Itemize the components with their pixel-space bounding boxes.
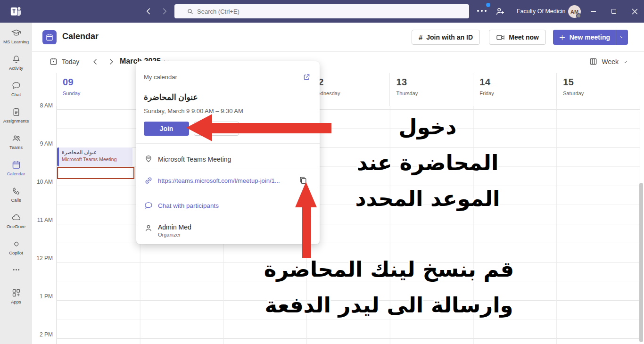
organizer-name: Admin Med: [158, 223, 191, 231]
day-header-friday[interactable]: 14 Friday: [473, 73, 557, 106]
sidebar-item-label: Assignments: [3, 118, 29, 123]
apps-grid-icon: [11, 288, 21, 298]
day-number: 09: [63, 77, 140, 88]
more-options-icon[interactable]: [477, 10, 487, 12]
previous-week-icon[interactable]: [91, 57, 100, 66]
search-bar[interactable]: [174, 4, 469, 18]
join-button[interactable]: Join: [144, 122, 189, 136]
day-name: Wednesday: [313, 90, 390, 96]
people-icon: [11, 133, 21, 143]
divider: [136, 217, 320, 217]
notification-dot: [486, 3, 490, 7]
organization-name[interactable]: Faculty Of Medicin...: [517, 8, 566, 15]
time-label: 1 PM: [32, 293, 53, 300]
graduation-cap-icon: [11, 28, 21, 38]
sidebar-item-label: Calls: [11, 197, 21, 203]
day-header-thursday[interactable]: 13 Thursday: [390, 73, 473, 106]
invite-people-icon[interactable]: [495, 6, 505, 16]
time-label: 11 AM: [32, 217, 53, 223]
phone-icon: [11, 186, 21, 196]
sidebar-item-apps[interactable]: Apps: [0, 283, 32, 309]
meet-now-label: Meet now: [509, 33, 539, 41]
event-subtitle: Microsoft Teams Meeting: [62, 156, 130, 162]
window-minimize-button[interactable]: [584, 0, 603, 23]
sidebar-item-copilot[interactable]: Copilot: [0, 234, 32, 260]
sidebar-item-calls[interactable]: Calls: [0, 181, 32, 207]
sidebar-item-label: OneDrive: [7, 224, 25, 229]
search-input[interactable]: [188, 8, 464, 15]
new-meeting-dropdown[interactable]: [616, 30, 628, 45]
event-details-popup: My calendar عنوان المحاضرة Sunday, March…: [136, 61, 320, 244]
sidebar-item-chat[interactable]: Chat: [0, 75, 32, 102]
meeting-location: Microsoft Teams Meeting: [158, 156, 231, 163]
back-icon[interactable]: [143, 6, 154, 16]
search-icon: [187, 8, 194, 15]
meeting-link[interactable]: https://teams.microsoft.com/l/meetup-joi…: [158, 177, 280, 184]
today-label: Today: [62, 58, 79, 66]
join-with-id-label: Join with an ID: [426, 33, 473, 41]
person-icon: [144, 223, 153, 233]
day-header-sunday[interactable]: 09 Sunday: [57, 73, 140, 106]
day-number: 15: [563, 77, 640, 88]
time-label: 8 AM: [32, 102, 53, 109]
sidebar-item-activity[interactable]: Activity: [0, 49, 32, 75]
sidebar-item-label: Apps: [11, 299, 21, 304]
meet-now-button[interactable]: Meet now: [489, 30, 546, 45]
expand-event-icon[interactable]: [302, 73, 311, 82]
page-title: Calendar: [62, 32, 99, 41]
join-with-id-button[interactable]: # Join with an ID: [412, 30, 480, 45]
ellipsis-icon: [11, 265, 21, 275]
sidebar-item-assignments[interactable]: Assignments: [0, 102, 32, 128]
week-view-icon: [589, 57, 598, 66]
day-header-saturday[interactable]: 15 Saturday: [557, 73, 640, 106]
next-week-icon[interactable]: [107, 57, 116, 66]
edit-button[interactable]: Edit: [194, 122, 239, 136]
forward-icon[interactable]: [159, 6, 170, 16]
calendar-page: Calendar # Join with an ID Meet now New …: [32, 23, 644, 344]
link-icon: [144, 176, 153, 185]
calendar-event[interactable]: عنوان المحاضرة Microsoft Teams Meeting: [57, 147, 132, 166]
new-meeting-button[interactable]: New meeting: [553, 30, 628, 45]
sidebar-item-label: Chat: [11, 92, 21, 97]
calendar-toolbar: Today March 2025 Week: [32, 52, 644, 73]
view-selector[interactable]: Week: [589, 57, 628, 66]
event-title: عنوان المحاضرة: [62, 149, 130, 156]
sidebar-more-apps-icon[interactable]: [0, 260, 32, 279]
sidebar-item-ms-learning[interactable]: MS Learning: [0, 23, 32, 49]
popup-event-datetime: Sunday, March 9 9:00 AM – 9:30 AM: [144, 107, 243, 115]
chat-bubble-icon: [11, 81, 21, 90]
chevron-down-icon: [619, 34, 625, 40]
copilot-icon: [11, 239, 21, 249]
vertical-scrollbar[interactable]: [639, 183, 643, 342]
time-label: 10 AM: [32, 179, 53, 185]
sidebar-item-onedrive[interactable]: OneDrive: [0, 207, 32, 234]
view-label: Week: [602, 58, 619, 66]
sidebar-item-teams[interactable]: Teams: [0, 128, 32, 155]
day-number: 12: [313, 77, 390, 88]
today-button[interactable]: Today: [49, 57, 79, 66]
new-meeting-label: New meeting: [570, 33, 610, 41]
copy-link-icon[interactable]: [298, 175, 309, 186]
sidebar-item-label: MS Learning: [3, 39, 29, 44]
selected-time-slot[interactable]: [57, 167, 134, 179]
sidebar-item-label: Activity: [9, 66, 23, 71]
window-close-button[interactable]: [625, 0, 644, 23]
popup-event-title: عنوان المحاضرة: [144, 92, 198, 102]
time-label: 12 PM: [32, 255, 53, 262]
chat-with-participants-link[interactable]: Chat with participants: [158, 202, 219, 209]
day-number: 14: [479, 77, 556, 88]
sidebar-item-label: Teams: [9, 145, 23, 150]
time-label: 9 AM: [32, 140, 53, 147]
window-maximize-button[interactable]: [604, 0, 623, 23]
location-pin-icon: [144, 154, 153, 163]
plus-icon: [559, 34, 566, 41]
chevron-down-icon: [622, 59, 628, 65]
sidebar-item-calendar[interactable]: Calendar: [0, 155, 32, 181]
calendar-icon: [11, 160, 21, 170]
divider: [136, 143, 320, 144]
organizer-role: Organizer: [158, 232, 181, 238]
calendar-source-label: My calendar: [144, 74, 177, 81]
camera-icon: [496, 33, 505, 42]
day-name: Friday: [479, 90, 556, 96]
sidebar-item-label: Copilot: [9, 250, 23, 255]
